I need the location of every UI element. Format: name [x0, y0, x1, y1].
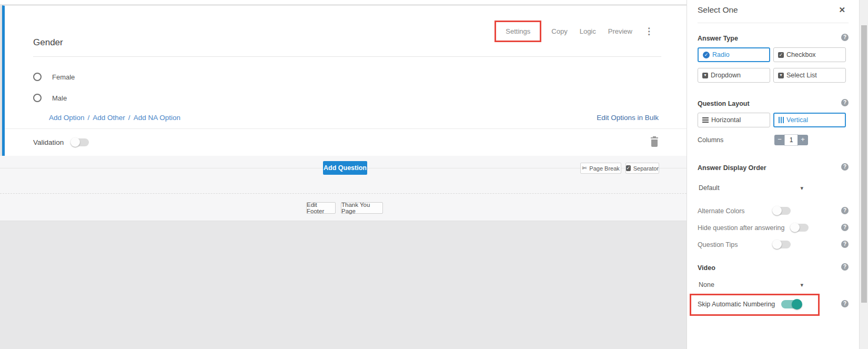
- option-label[interactable]: Female: [52, 73, 75, 81]
- columns-stepper: − +: [774, 135, 808, 145]
- option-links: Add Option / Add Other / Add NA Option: [49, 114, 180, 122]
- edit-footer-button[interactable]: Edit Footer: [306, 202, 336, 214]
- answer-type-dropdown-button[interactable]: Dropdown: [698, 68, 770, 83]
- builder-section: Add Question Page Break Separator Edit F…: [0, 156, 687, 221]
- video-value: None: [699, 281, 714, 288]
- layout-horizontal-label: Horizontal: [711, 116, 741, 124]
- chevron-down-icon: ▾: [800, 282, 803, 288]
- caret-square-icon: [702, 73, 708, 78]
- answer-type-radio-label: Radio: [712, 51, 730, 58]
- close-icon[interactable]: ✕: [839, 5, 845, 15]
- answer-type-help-icon[interactable]: [841, 34, 849, 41]
- check-circle-icon: [703, 52, 710, 58]
- skip-numbering-row: Skip Automatic Numbering: [698, 300, 801, 308]
- answer-type-label: Answer Type: [698, 35, 738, 42]
- question-title[interactable]: Gender: [33, 37, 63, 48]
- columns-label: Columns: [698, 136, 723, 144]
- horizontal-lines-icon: [702, 117, 709, 123]
- add-na-option-link[interactable]: Add NA Option: [134, 114, 180, 122]
- layout-vertical-label: Vertical: [786, 116, 808, 124]
- video-help-icon[interactable]: [841, 263, 849, 271]
- columns-increment-button[interactable]: +: [798, 135, 808, 145]
- validation-row: Validation: [33, 138, 89, 146]
- columns-decrement-button[interactable]: −: [774, 135, 785, 145]
- link-separator: /: [88, 114, 90, 122]
- alternate-colors-row: Alternate Colors: [698, 207, 791, 215]
- video-select[interactable]: None ▾: [699, 281, 848, 288]
- question-layout-label: Question Layout: [698, 100, 750, 107]
- video-label: Video: [698, 264, 715, 272]
- add-other-link[interactable]: Add Other: [93, 114, 125, 122]
- answer-display-order-value: Default: [699, 184, 720, 192]
- layout-horizontal-button[interactable]: Horizontal: [698, 113, 770, 127]
- caret-square-icon: [778, 73, 784, 78]
- validation-label: Validation: [33, 138, 64, 146]
- settings-button[interactable]: Settings: [506, 27, 530, 35]
- edit-options-in-bulk-link[interactable]: Edit Options in Bulk: [597, 114, 659, 122]
- alternate-colors-toggle[interactable]: [773, 207, 791, 215]
- add-question-button[interactable]: Add Question: [323, 161, 367, 175]
- question-tips-help-icon[interactable]: [841, 241, 849, 248]
- hide-question-label: Hide question after answering: [698, 224, 791, 232]
- footer-dashed-divider: [0, 193, 687, 194]
- chevron-down-icon: ▾: [800, 185, 803, 192]
- option-label[interactable]: Male: [52, 94, 67, 102]
- panel-divider: [698, 23, 849, 23]
- settings-highlight-box: Settings: [494, 21, 541, 42]
- skip-numbering-help-icon[interactable]: [841, 300, 849, 307]
- answer-option-row: Male: [33, 94, 67, 102]
- separator-label: Separator: [633, 165, 659, 172]
- answer-type-checkbox-label: Checkbox: [786, 51, 816, 58]
- hide-question-help-icon[interactable]: [841, 224, 849, 231]
- skip-numbering-toggle[interactable]: [781, 300, 801, 308]
- separator-icon: [626, 165, 631, 171]
- top-strip: [0, 0, 687, 5]
- layout-vertical-button[interactable]: Vertical: [773, 113, 846, 127]
- link-separator: /: [128, 114, 130, 122]
- question-layout-help-icon[interactable]: [841, 99, 849, 106]
- page-break-label: Page Break: [589, 165, 619, 172]
- answer-type-select-list-button[interactable]: Select List: [773, 68, 846, 83]
- alternate-colors-help-icon[interactable]: [841, 207, 849, 214]
- main-area: Settings Copy Logic Preview ⋮ Gender Fem…: [0, 0, 687, 349]
- alternate-colors-label: Alternate Colors: [698, 207, 773, 215]
- scrollbar-thumb[interactable]: [861, 25, 867, 303]
- separator-button[interactable]: Separator: [625, 163, 659, 174]
- answer-type-checkbox-button[interactable]: Checkbox: [773, 47, 846, 62]
- columns-value-input[interactable]: [785, 135, 798, 145]
- settings-panel: Select One ✕ Answer Type Radio Checkbox …: [687, 0, 859, 349]
- question-tips-row: Question Tips: [698, 241, 791, 248]
- answer-display-order-help-icon[interactable]: [841, 163, 849, 171]
- add-option-link[interactable]: Add Option: [49, 114, 85, 122]
- card-divider: [5, 128, 687, 129]
- question-card[interactable]: Settings Copy Logic Preview ⋮ Gender Fem…: [2, 5, 687, 156]
- answer-type-dropdown-label: Dropdown: [711, 72, 741, 79]
- page-break-button[interactable]: Page Break: [580, 163, 621, 174]
- more-options-icon[interactable]: ⋮: [644, 26, 654, 37]
- panel-title: Select One: [698, 5, 738, 15]
- answer-display-order-select[interactable]: Default ▾: [699, 184, 848, 192]
- answer-type-select-list-label: Select List: [786, 72, 817, 79]
- validation-toggle[interactable]: [71, 138, 89, 146]
- check-square-icon: [778, 52, 784, 58]
- thank-you-page-button[interactable]: Thank You Page: [341, 202, 383, 214]
- question-tips-label: Question Tips: [698, 241, 773, 248]
- scrollbar-track[interactable]: [859, 0, 868, 349]
- question-toolbar: Settings Copy Logic Preview ⋮: [494, 21, 654, 42]
- answer-display-order-label: Answer Display Order: [698, 164, 766, 172]
- copy-button[interactable]: Copy: [551, 27, 567, 35]
- radio-button-icon[interactable]: [33, 94, 42, 102]
- hide-question-toggle[interactable]: [791, 224, 809, 232]
- answer-option-row: Female: [33, 73, 75, 81]
- logic-button[interactable]: Logic: [580, 27, 596, 35]
- radio-button-icon[interactable]: [33, 73, 42, 81]
- skip-numbering-label: Skip Automatic Numbering: [698, 301, 775, 308]
- answer-type-radio-button[interactable]: Radio: [698, 47, 770, 62]
- hide-question-row: Hide question after answering: [698, 224, 809, 232]
- question-title-underline: [33, 56, 661, 57]
- page-break-icon: [582, 165, 587, 172]
- question-tips-toggle[interactable]: [773, 241, 791, 248]
- preview-button[interactable]: Preview: [608, 27, 632, 35]
- delete-question-icon[interactable]: [650, 137, 659, 147]
- survey-builder-screen: Settings Copy Logic Preview ⋮ Gender Fem…: [0, 0, 868, 349]
